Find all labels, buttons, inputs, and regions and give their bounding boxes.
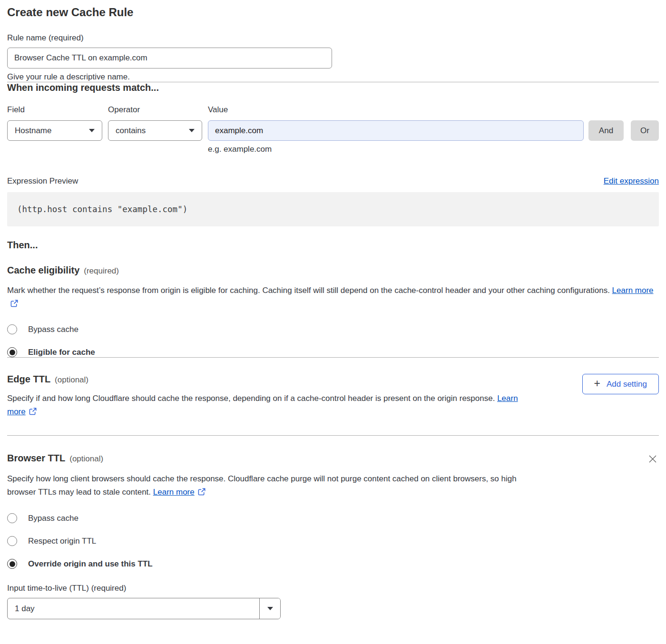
close-icon (647, 454, 658, 464)
edit-expression-link[interactable]: Edit expression (604, 176, 659, 186)
caret-down-icon (267, 607, 273, 610)
rule-name-input[interactable] (7, 48, 332, 68)
radio-bypass-cache-browser[interactable]: Bypass cache (7, 513, 659, 523)
radio-icon (7, 536, 17, 546)
value-column: Value e.g. example.com (208, 105, 584, 154)
caret-down-icon (89, 129, 95, 132)
browser-ttl-section: Browser TTL (optional) Specify how long … (7, 436, 659, 619)
edge-ttl-content: Edge TTL (optional) Specify if and how l… (7, 374, 530, 435)
and-button[interactable]: And (588, 120, 624, 141)
external-link-icon (198, 487, 206, 500)
page-title: Create new Cache Rule (7, 6, 659, 19)
edge-ttl-section: Edge TTL (optional) Specify if and how l… (7, 358, 659, 435)
browser-ttl-title-row: Browser TTL (optional) (7, 453, 103, 464)
ttl-select-value: 1 day (8, 598, 35, 619)
match-heading: When incoming requests match... (7, 82, 659, 93)
value-label: Value (208, 105, 584, 115)
operator-column: Operator contains (108, 105, 202, 141)
operator-label: Operator (108, 105, 202, 115)
cache-eligibility-title: Cache eligibility (7, 265, 79, 276)
edge-ttl-description: Specify if and how long Cloudflare shoul… (7, 392, 530, 420)
ttl-input-label: Input time-to-live (TTL) (required) (7, 584, 659, 593)
radio-icon (7, 347, 17, 357)
create-cache-rule-form: Create new Cache Rule Rule name (require… (0, 0, 666, 634)
or-button[interactable]: Or (631, 120, 659, 141)
radio-override-origin-ttl[interactable]: Override origin and use this TTL (7, 559, 659, 569)
caret-down-icon (189, 129, 195, 132)
operator-select[interactable]: contains (108, 120, 202, 141)
cache-eligibility-title-row: Cache eligibility (required) (7, 265, 659, 276)
radio-eligible-for-cache[interactable]: Eligible for cache (7, 347, 659, 357)
value-input[interactable] (208, 120, 584, 141)
radio-respect-origin-ttl[interactable]: Respect origin TTL (7, 536, 659, 546)
expression-code-block: (http.host contains "example.com") (7, 192, 659, 226)
rule-name-help: Give your rule a descriptive name. (7, 72, 659, 82)
browser-ttl-learn-more-link[interactable]: Learn more (153, 488, 195, 497)
match-row: Field Hostname Operator contains Value e… (7, 105, 659, 154)
field-column: Field Hostname (7, 105, 102, 141)
radio-bypass-cache[interactable]: Bypass cache (7, 324, 659, 334)
radio-icon (7, 513, 17, 523)
cache-eligibility-learn-more-link[interactable]: Learn more (612, 286, 654, 295)
rule-name-label: Rule name (required) (7, 33, 659, 43)
cache-eligibility-description: Mark whether the request’s response from… (7, 284, 659, 312)
ttl-select-caret-area (259, 598, 280, 619)
ttl-select[interactable]: 1 day (7, 598, 281, 619)
field-select-value: Hostname (15, 126, 51, 136)
remove-browser-ttl-button[interactable] (646, 453, 659, 465)
add-setting-button[interactable]: + Add setting (582, 374, 659, 394)
external-link-icon (10, 298, 18, 312)
operator-select-value: contains (116, 126, 146, 136)
radio-icon (7, 559, 17, 569)
edge-ttl-title-row: Edge TTL (optional) (7, 374, 530, 385)
edge-ttl-optional-tag: (optional) (55, 375, 88, 385)
cache-eligibility-section: Cache eligibility (required) Mark whethe… (7, 265, 659, 357)
field-select[interactable]: Hostname (7, 120, 102, 141)
expression-header: Expression Preview Edit expression (7, 176, 659, 186)
browser-ttl-options: Bypass cache Respect origin TTL Override… (7, 513, 659, 569)
cache-eligibility-required-tag: (required) (84, 266, 119, 276)
browser-ttl-header: Browser TTL (optional) (7, 453, 659, 465)
plus-icon: + (594, 378, 600, 389)
external-link-icon (29, 406, 37, 420)
edge-ttl-title: Edge TTL (7, 374, 50, 385)
browser-ttl-title: Browser TTL (7, 453, 65, 464)
expression-preview-label: Expression Preview (7, 176, 78, 186)
field-label: Field (7, 105, 102, 115)
browser-ttl-description: Specify how long client browsers should … (7, 472, 523, 500)
then-heading: Then... (7, 240, 659, 251)
value-help: e.g. example.com (208, 145, 584, 154)
browser-ttl-optional-tag: (optional) (69, 454, 103, 464)
radio-icon (7, 324, 17, 334)
